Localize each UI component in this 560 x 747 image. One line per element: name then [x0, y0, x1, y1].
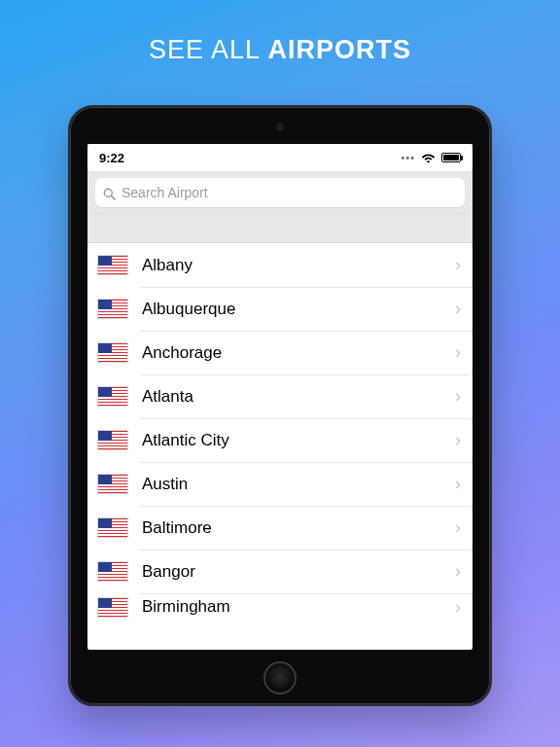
list-item[interactable]: Bangor › [88, 550, 472, 593]
search-field[interactable] [95, 178, 465, 207]
chevron-right-icon: › [455, 430, 463, 450]
status-right: ••• [401, 151, 461, 165]
cellular-icon: ••• [401, 152, 415, 163]
section-gap [88, 214, 472, 243]
front-camera [277, 124, 284, 130]
flag-us-icon [97, 299, 128, 319]
chevron-right-icon: › [455, 299, 463, 319]
screen: 9:22 ••• Albany › [88, 144, 472, 650]
chevron-right-icon: › [455, 474, 463, 494]
hero-prefix: SEE ALL [149, 35, 268, 64]
list-item-label: Albuquerque [142, 300, 455, 319]
flag-us-icon [97, 474, 128, 494]
airport-list[interactable]: Albany › Albuquerque › Anchorage › Atlan… [88, 243, 472, 621]
flag-us-icon [97, 597, 128, 618]
list-item[interactable]: Albuquerque › [88, 287, 472, 331]
search-input[interactable] [122, 185, 457, 200]
chevron-right-icon: › [455, 386, 463, 407]
search-icon [103, 187, 116, 199]
flag-us-icon [97, 255, 128, 275]
list-item[interactable]: Baltimore › [88, 506, 472, 550]
list-item-label: Atlantic City [142, 431, 455, 450]
svg-line-1 [111, 196, 115, 199]
chevron-right-icon: › [455, 597, 463, 618]
list-item-label: Austin [142, 475, 455, 494]
chevron-right-icon: › [455, 342, 463, 363]
list-item[interactable]: Atlantic City › [88, 418, 472, 462]
list-item-label: Atlanta [142, 387, 455, 407]
list-item-label: Anchorage [142, 343, 455, 363]
flag-us-icon [97, 342, 128, 363]
list-item[interactable]: Austin › [88, 462, 472, 506]
list-item-label: Albany [142, 256, 455, 275]
list-item[interactable]: Albany › [88, 243, 472, 287]
flag-us-icon [97, 386, 128, 407]
list-item[interactable]: Atlanta › [88, 374, 472, 418]
chevron-right-icon: › [455, 561, 463, 582]
wifi-icon [421, 151, 436, 165]
tablet-frame: 9:22 ••• Albany › [68, 105, 492, 706]
status-bar: 9:22 ••• [88, 144, 472, 171]
flag-us-icon [97, 517, 128, 538]
chevron-right-icon: › [455, 255, 463, 275]
list-item-label: Bangor [142, 562, 455, 582]
list-item[interactable]: Anchorage › [88, 331, 472, 374]
flag-us-icon [97, 430, 128, 450]
list-item-label: Baltimore [142, 518, 455, 538]
flag-us-icon [97, 561, 128, 582]
hero-emphasis: AIRPORTS [268, 35, 412, 64]
list-item[interactable]: Birmingham › [88, 593, 472, 621]
search-bar [88, 171, 472, 214]
home-button[interactable] [263, 661, 297, 694]
list-item-label: Birmingham [142, 597, 455, 617]
battery-icon [441, 153, 461, 162]
hero-title: SEE ALL AIRPORTS [0, 35, 560, 65]
chevron-right-icon: › [455, 517, 463, 538]
status-time: 9:22 [99, 151, 124, 165]
